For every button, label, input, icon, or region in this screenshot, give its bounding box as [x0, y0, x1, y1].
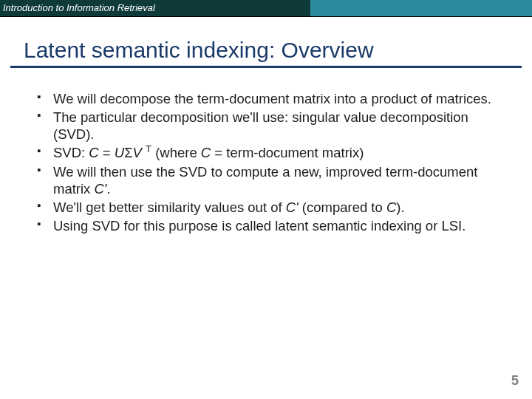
body-area: We will decompose the term-document matr… — [0, 68, 532, 234]
bullet-item: We will decompose the term-document matr… — [53, 90, 497, 107]
bullet-item: Using SVD for this purpose is called lat… — [53, 217, 497, 234]
slide-title: Latent semantic indexing: Overview — [10, 17, 522, 68]
header-course-title: Introduction to Information Retrieval — [0, 0, 310, 16]
bullet-list: We will decompose the term-document matr… — [53, 90, 497, 234]
slide: Introduction to Information Retrieval La… — [0, 0, 532, 399]
bullet-item: SVD: C = UΣV T (where C = term-document … — [53, 144, 497, 161]
bullet-item: We will then use the SVD to compute a ne… — [53, 163, 497, 197]
page-number: 5 — [511, 373, 519, 389]
header-bar: Introduction to Information Retrieval — [0, 0, 532, 17]
bullet-item: The particular decomposition we'll use: … — [53, 109, 497, 143]
bullet-item: We'll get better similarity values out o… — [53, 199, 497, 216]
header-accent — [310, 0, 532, 16]
